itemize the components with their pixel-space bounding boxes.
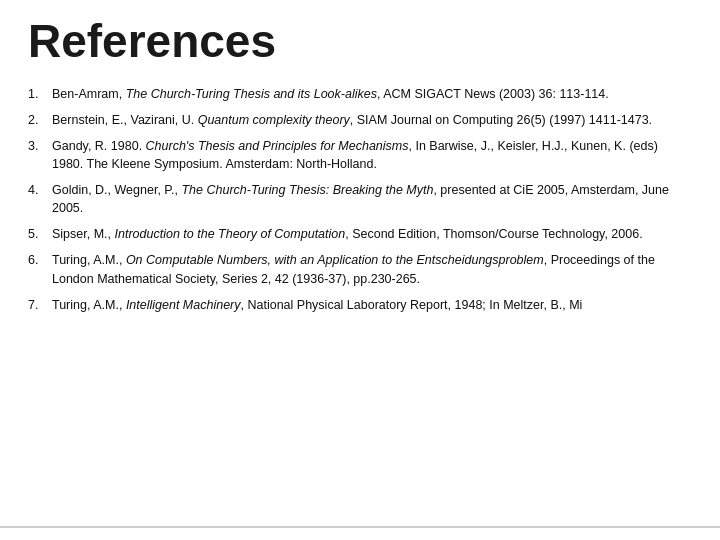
ref-text: Turing, A.M., Intelligent Machinery, Nat…	[52, 296, 692, 314]
references-list: 1. Ben-Amram, The Church-Turing Thesis a…	[28, 85, 692, 314]
list-item: 3. Gandy, R. 1980. Church's Thesis and P…	[28, 137, 692, 173]
ref-text: Turing, A.M., On Computable Numbers, wit…	[52, 251, 692, 287]
ref-text: Sipser, M., Introduction to the Theory o…	[52, 225, 692, 243]
list-item: 6. Turing, A.M., On Computable Numbers, …	[28, 251, 692, 287]
list-item: 1. Ben-Amram, The Church-Turing Thesis a…	[28, 85, 692, 103]
bottom-divider	[0, 526, 720, 528]
ref-text: Gandy, R. 1980. Church's Thesis and Prin…	[52, 137, 692, 173]
ref-number: 3.	[28, 137, 52, 155]
ref-text: Bernstein, E., Vazirani, U. Quantum comp…	[52, 111, 692, 129]
ref-text: Goldin, D., Wegner, P., The Church-Turin…	[52, 181, 692, 217]
ref-text: Ben-Amram, The Church-Turing Thesis and …	[52, 85, 692, 103]
ref-number: 6.	[28, 251, 52, 269]
ref-number: 4.	[28, 181, 52, 199]
ref-number: 1.	[28, 85, 52, 103]
list-item: 5. Sipser, M., Introduction to the Theor…	[28, 225, 692, 243]
list-item: 2. Bernstein, E., Vazirani, U. Quantum c…	[28, 111, 692, 129]
ref-number: 5.	[28, 225, 52, 243]
ref-number: 2.	[28, 111, 52, 129]
list-item: 4. Goldin, D., Wegner, P., The Church-Tu…	[28, 181, 692, 217]
list-item: 7. Turing, A.M., Intelligent Machinery, …	[28, 296, 692, 314]
ref-number: 7.	[28, 296, 52, 314]
page-title: References	[28, 16, 692, 67]
page: References 1. Ben-Amram, The Church-Turi…	[0, 0, 720, 540]
